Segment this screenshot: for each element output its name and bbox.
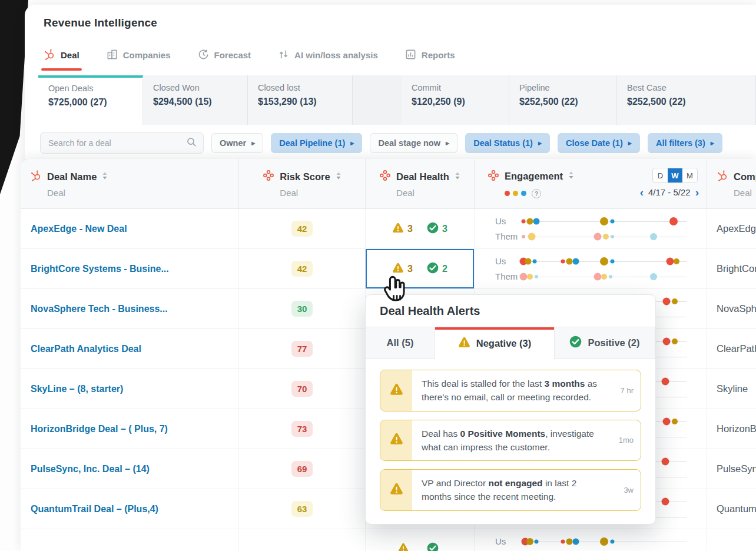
sort-icon[interactable] [455, 171, 460, 182]
filter-chip-close-date-1-[interactable]: Close Date (1)▶ [558, 133, 640, 153]
engagement-dot[interactable] [669, 217, 678, 225]
search-deal-box[interactable] [40, 132, 204, 154]
period-toggle[interactable]: DWM [652, 168, 698, 183]
toggle-d[interactable]: D [653, 168, 668, 182]
summary-card-closed-won[interactable]: Closed Won$294,500 (15) [143, 75, 248, 125]
summary-card-commit[interactable]: Commit$120,250 (9) [402, 75, 509, 125]
chevron-left-icon[interactable]: ‹ [640, 187, 644, 198]
filter-chip-deal-stage-now[interactable]: Deal stage now▶ [370, 133, 457, 153]
engagement-dot[interactable] [535, 539, 539, 543]
engagement-dot[interactable] [600, 217, 608, 225]
deal-name-link[interactable]: HorizonBridge Deal – ( Plus, 7) [21, 409, 238, 449]
summary-card-pipeline[interactable]: Pipeline$252,500 (22) [509, 75, 617, 125]
nav-tab-reports[interactable]: Reports [405, 49, 455, 62]
chevron-right-icon[interactable]: › [695, 187, 699, 198]
positive-alerts-count[interactable]: 2 [427, 262, 447, 276]
sort-icon[interactable] [336, 171, 341, 182]
negative-alerts-count[interactable] [397, 543, 413, 551]
search-input[interactable] [47, 138, 182, 148]
engagement-dot[interactable] [650, 233, 657, 240]
engagement-dot[interactable] [600, 257, 608, 265]
engagement-dot[interactable] [566, 258, 573, 264]
engagement-dot[interactable] [663, 337, 671, 345]
alert-card[interactable]: VP and Director not engaged in last 2 mo… [380, 469, 641, 511]
engagement-dot[interactable] [672, 419, 678, 424]
filter-chip-all-filters-3-[interactable]: All filters (3)▶ [648, 133, 722, 153]
col-header-risk-score[interactable]: Risk Score Deal [238, 159, 365, 208]
deal-name-link[interactable] [21, 529, 238, 551]
engagement-dot[interactable] [522, 235, 525, 238]
positive-alerts-count[interactable] [427, 542, 442, 551]
engagement-dot[interactable] [663, 417, 671, 425]
engagement-dot[interactable] [672, 298, 678, 304]
sort-icon[interactable] [102, 171, 108, 182]
engagement-dot[interactable] [533, 259, 537, 263]
deal-name-link[interactable]: ApexEdge - New Deal [21, 209, 238, 248]
deal-name-link[interactable]: ClearPath Analytics Deal [21, 329, 238, 369]
engagement-dot[interactable] [672, 338, 678, 344]
engagement-dot[interactable] [661, 377, 669, 385]
summary-card-open-deals[interactable]: Open Deals$725,000 (27) [38, 75, 143, 125]
nav-tab-companies[interactable]: Companies [107, 49, 171, 62]
deal-name-link[interactable]: PulseSync, Inc. Deal – (14) [21, 449, 238, 489]
engagement-dot[interactable] [527, 218, 533, 224]
filter-chip-deal-status-1-[interactable]: Deal Status (1)▶ [465, 133, 550, 153]
engagement-dot[interactable] [593, 233, 601, 240]
engagement-dot[interactable] [674, 258, 679, 264]
engagement-dot[interactable] [573, 538, 579, 545]
filter-chip-deal-pipeline-1-[interactable]: Deal Pipeline (1)▶ [271, 133, 362, 153]
engagement-dot[interactable] [519, 273, 527, 280]
nav-tab-ai-win-loss-analysis[interactable]: AI win/loss analysis [278, 49, 378, 62]
engagement-dot[interactable] [535, 275, 538, 278]
engagement-dot[interactable] [611, 539, 615, 543]
col-header-deal-health[interactable]: Deal Health Deal [365, 159, 474, 208]
engagement-dot[interactable] [661, 457, 669, 465]
nav-tab-forecast[interactable]: Forecast [198, 49, 251, 62]
engagement-dot[interactable] [601, 274, 607, 280]
engagement-dot[interactable] [611, 259, 615, 263]
engagement-dot[interactable] [561, 259, 565, 263]
filter-chip-owner[interactable]: Owner▶ [211, 133, 263, 153]
deal-health-cell[interactable]: 33 [365, 209, 474, 248]
engagement-dot[interactable] [533, 218, 540, 224]
popup-tab-negative-3-[interactable]: Negative (3) [435, 327, 555, 359]
engagement-dot[interactable] [593, 273, 601, 280]
toggle-m[interactable]: M [682, 168, 697, 182]
engagement-dot[interactable] [525, 258, 532, 264]
engagement-dot[interactable] [527, 274, 533, 280]
engagement-dot[interactable] [611, 219, 615, 223]
col-header-engagement[interactable]: Engagement ? DWM ‹ 4/17 - 5/22 › [474, 159, 707, 208]
alert-card[interactable]: Deal has 0 Positive Moments, investigate… [380, 420, 641, 462]
summary-card-best-case[interactable]: Best Case$252,500 (22) [617, 75, 756, 125]
engagement-dot[interactable] [528, 233, 535, 240]
positive-alerts-count[interactable]: 3 [427, 222, 447, 236]
sort-icon[interactable] [568, 171, 574, 182]
engagement-dot[interactable] [566, 538, 573, 545]
col-header-deal-name[interactable]: Deal Name Deal [21, 159, 238, 208]
deal-name-link[interactable]: NovaSphere Tech - Business... [21, 289, 238, 328]
col-header-company[interactable]: Company Deal [707, 159, 756, 208]
engagement-dot[interactable] [521, 219, 525, 223]
engagement-dot[interactable] [609, 275, 612, 278]
engagement-dot[interactable] [603, 234, 609, 240]
popup-tab-all-5-[interactable]: All (5) [366, 327, 435, 359]
deal-name-link[interactable]: SkyLine – (8, starter) [21, 369, 238, 409]
engagement-dot[interactable] [661, 497, 669, 505]
alert-card[interactable]: This deal is stalled for the last 3 mont… [380, 370, 641, 411]
engagement-dot[interactable] [573, 258, 579, 264]
summary-card-closed-lost[interactable]: Closed lost$153,290 (13) [248, 75, 353, 125]
engagement-dot[interactable] [526, 538, 533, 545]
deal-name-link[interactable]: BrightCore Systems - Busine... [21, 249, 238, 288]
engagement-dot[interactable] [667, 257, 674, 265]
engagement-dot[interactable] [663, 297, 671, 305]
negative-alerts-count[interactable]: 3 [392, 263, 413, 276]
help-icon[interactable]: ? [532, 189, 541, 198]
deal-health-cell[interactable]: 32 [365, 249, 474, 288]
engagement-dot[interactable] [611, 235, 614, 238]
popup-tab-positive-2-[interactable]: Positive (2) [555, 327, 655, 359]
deal-health-cell[interactable] [365, 529, 474, 551]
deal-name-link[interactable]: QuantumTrail Deal – (Plus,4) [21, 489, 238, 529]
toggle-w[interactable]: W [668, 168, 682, 182]
engagement-dot[interactable] [600, 537, 608, 546]
engagement-dot[interactable] [561, 539, 565, 543]
